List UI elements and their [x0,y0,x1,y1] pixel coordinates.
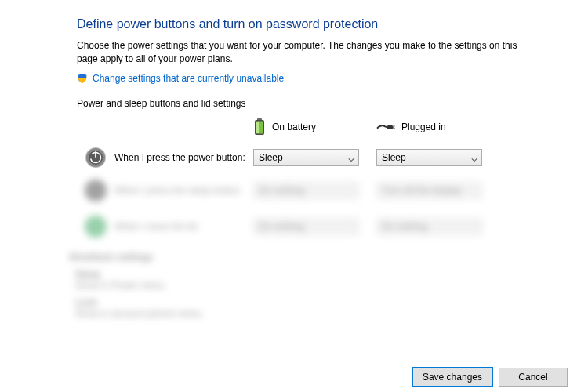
power-button-battery-select[interactable]: Sleep [253,149,359,166]
shutdown-settings: Shutdown settings Sleep Show in Power me… [69,252,557,319]
power-button-row: When I press the power button: Sleep Sle… [85,147,557,169]
power-button-icon [85,147,107,169]
save-button[interactable]: Save changes [412,368,492,387]
battery-icon [253,118,266,136]
footer: Save changes Cancel [0,361,588,392]
column-battery-label: On battery [272,122,316,132]
column-plugged-label: Plugged in [401,122,446,132]
divider [252,103,557,103]
chevron-down-icon [348,154,354,161]
shield-icon [77,73,88,84]
power-button-label: When I press the power button: [114,152,253,163]
section-label: Power and sleep buttons and lid settings [77,98,245,109]
select-value: Sleep [259,152,283,163]
sleep-button-row: When I press the sleep button: Do nothin… [85,180,557,201]
lid-row: When I close the lid: Do nothing Do noth… [85,216,557,238]
select-value: Sleep [382,152,406,163]
svg-rect-3 [256,122,259,133]
disabled-settings-region: When I press the sleep button: Do nothin… [77,180,557,319]
page-title: Define power buttons and turn on passwor… [77,17,557,31]
plug-icon [376,122,395,132]
page-description: Choose the power settings that you want … [77,39,524,67]
power-button-plugged-select[interactable]: Sleep [376,149,482,166]
chevron-down-icon [471,154,477,161]
svg-point-4 [387,125,394,129]
change-settings-link[interactable]: Change settings that are currently unava… [93,73,284,84]
cancel-button[interactable]: Cancel [499,368,568,387]
